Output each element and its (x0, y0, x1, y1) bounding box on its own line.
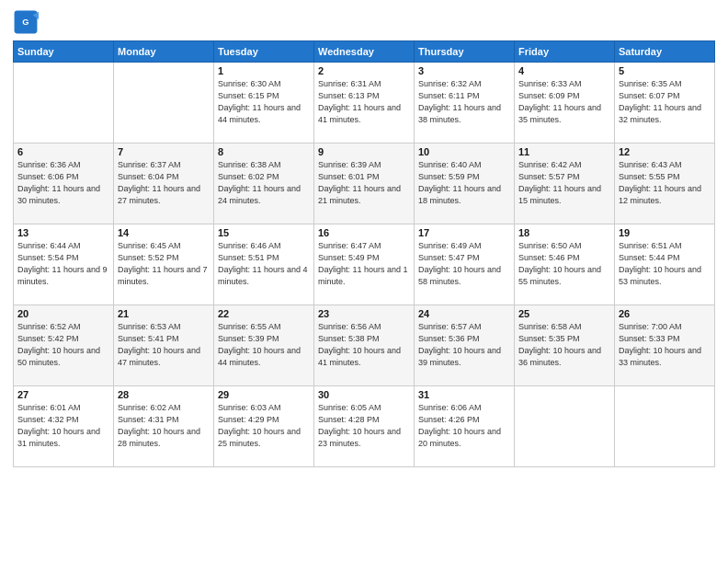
week-row-5: 27Sunrise: 6:01 AM Sunset: 4:32 PM Dayli… (14, 386, 715, 467)
calendar-cell (615, 386, 715, 467)
weekday-header-sunday: Sunday (14, 41, 114, 63)
day-info: Sunrise: 6:39 AM Sunset: 6:01 PM Dayligh… (318, 159, 410, 207)
day-number: 25 (518, 308, 610, 319)
day-info: Sunrise: 6:49 AM Sunset: 5:47 PM Dayligh… (418, 240, 510, 288)
calendar-cell: 9Sunrise: 6:39 AM Sunset: 6:01 PM Daylig… (314, 144, 415, 224)
day-info: Sunrise: 6:03 AM Sunset: 4:29 PM Dayligh… (218, 402, 310, 450)
calendar-cell: 8Sunrise: 6:38 AM Sunset: 6:02 PM Daylig… (214, 144, 314, 224)
calendar-cell: 25Sunrise: 6:58 AM Sunset: 5:35 PM Dayli… (515, 305, 615, 386)
day-info: Sunrise: 6:43 AM Sunset: 5:55 PM Dayligh… (619, 159, 711, 207)
week-row-2: 6Sunrise: 6:36 AM Sunset: 6:06 PM Daylig… (14, 144, 715, 224)
day-info: Sunrise: 6:57 AM Sunset: 5:36 PM Dayligh… (418, 321, 510, 369)
calendar-cell: 2Sunrise: 6:31 AM Sunset: 6:13 PM Daylig… (314, 63, 415, 144)
day-info: Sunrise: 6:02 AM Sunset: 4:31 PM Dayligh… (118, 402, 210, 450)
day-info: Sunrise: 6:31 AM Sunset: 6:13 PM Dayligh… (318, 78, 410, 126)
calendar-cell: 29Sunrise: 6:03 AM Sunset: 4:29 PM Dayli… (214, 386, 314, 467)
day-info: Sunrise: 6:58 AM Sunset: 5:35 PM Dayligh… (518, 321, 610, 369)
day-info: Sunrise: 6:38 AM Sunset: 6:02 PM Dayligh… (218, 159, 310, 207)
day-info: Sunrise: 6:44 AM Sunset: 5:54 PM Dayligh… (17, 240, 109, 288)
calendar-cell: 19Sunrise: 6:51 AM Sunset: 5:44 PM Dayli… (615, 224, 715, 305)
day-info: Sunrise: 6:42 AM Sunset: 5:57 PM Dayligh… (518, 159, 610, 207)
day-info: Sunrise: 6:51 AM Sunset: 5:44 PM Dayligh… (619, 240, 711, 288)
day-info: Sunrise: 6:05 AM Sunset: 4:28 PM Dayligh… (318, 402, 410, 450)
day-info: Sunrise: 6:50 AM Sunset: 5:46 PM Dayligh… (518, 240, 610, 288)
calendar-cell: 11Sunrise: 6:42 AM Sunset: 5:57 PM Dayli… (515, 144, 615, 224)
calendar-cell: 27Sunrise: 6:01 AM Sunset: 4:32 PM Dayli… (14, 386, 114, 467)
day-number: 5 (619, 65, 711, 76)
day-info: Sunrise: 6:55 AM Sunset: 5:39 PM Dayligh… (218, 321, 310, 369)
weekday-header-thursday: Thursday (415, 41, 515, 63)
calendar-cell: 1Sunrise: 6:30 AM Sunset: 6:15 PM Daylig… (214, 63, 314, 144)
day-number: 14 (118, 227, 210, 238)
day-number: 17 (418, 227, 510, 238)
day-number: 22 (218, 308, 310, 319)
day-info: Sunrise: 6:06 AM Sunset: 4:26 PM Dayligh… (418, 402, 510, 450)
day-number: 12 (619, 146, 711, 157)
day-number: 3 (418, 65, 510, 76)
day-info: Sunrise: 6:45 AM Sunset: 5:52 PM Dayligh… (118, 240, 210, 288)
day-info: Sunrise: 6:56 AM Sunset: 5:38 PM Dayligh… (318, 321, 410, 369)
weekday-header-friday: Friday (515, 41, 615, 63)
calendar-cell: 23Sunrise: 6:56 AM Sunset: 5:38 PM Dayli… (314, 305, 415, 386)
weekday-header-monday: Monday (114, 41, 214, 63)
calendar-cell: 24Sunrise: 6:57 AM Sunset: 5:36 PM Dayli… (415, 305, 515, 386)
calendar-cell: 5Sunrise: 6:35 AM Sunset: 6:07 PM Daylig… (615, 63, 715, 144)
day-info: Sunrise: 6:47 AM Sunset: 5:49 PM Dayligh… (318, 240, 410, 288)
day-number: 10 (418, 146, 510, 157)
weekday-header-tuesday: Tuesday (214, 41, 314, 63)
day-number: 13 (17, 227, 109, 238)
day-number: 6 (17, 146, 109, 157)
day-info: Sunrise: 6:46 AM Sunset: 5:51 PM Dayligh… (218, 240, 310, 288)
calendar-cell: 6Sunrise: 6:36 AM Sunset: 6:06 PM Daylig… (14, 144, 114, 224)
day-info: Sunrise: 6:37 AM Sunset: 6:04 PM Dayligh… (118, 159, 210, 207)
calendar-cell: 22Sunrise: 6:55 AM Sunset: 5:39 PM Dayli… (214, 305, 314, 386)
day-number: 16 (318, 227, 410, 238)
day-number: 27 (17, 389, 109, 400)
day-info: Sunrise: 6:36 AM Sunset: 6:06 PM Dayligh… (17, 159, 109, 207)
calendar-table: SundayMondayTuesdayWednesdayThursdayFrid… (13, 40, 715, 467)
logo-icon: G (13, 9, 39, 35)
day-number: 7 (118, 146, 210, 157)
day-info: Sunrise: 6:01 AM Sunset: 4:32 PM Dayligh… (17, 402, 109, 450)
day-number: 24 (418, 308, 510, 319)
calendar-cell: 17Sunrise: 6:49 AM Sunset: 5:47 PM Dayli… (415, 224, 515, 305)
calendar-cell (14, 63, 114, 144)
day-number: 19 (619, 227, 711, 238)
day-info: Sunrise: 6:33 AM Sunset: 6:09 PM Dayligh… (518, 78, 610, 126)
day-number: 1 (218, 65, 310, 76)
calendar-cell: 18Sunrise: 6:50 AM Sunset: 5:46 PM Dayli… (515, 224, 615, 305)
calendar-cell (515, 386, 615, 467)
calendar-cell: 31Sunrise: 6:06 AM Sunset: 4:26 PM Dayli… (415, 386, 515, 467)
weekday-header-saturday: Saturday (615, 41, 715, 63)
day-number: 4 (518, 65, 610, 76)
day-number: 29 (218, 389, 310, 400)
day-number: 31 (418, 389, 510, 400)
day-number: 2 (318, 65, 410, 76)
day-info: Sunrise: 7:00 AM Sunset: 5:33 PM Dayligh… (619, 321, 711, 369)
week-row-4: 20Sunrise: 6:52 AM Sunset: 5:42 PM Dayli… (14, 305, 715, 386)
calendar-cell: 12Sunrise: 6:43 AM Sunset: 5:55 PM Dayli… (615, 144, 715, 224)
logo: G (13, 9, 41, 35)
svg-text:G: G (22, 17, 28, 27)
calendar-cell: 16Sunrise: 6:47 AM Sunset: 5:49 PM Dayli… (314, 224, 415, 305)
week-row-3: 13Sunrise: 6:44 AM Sunset: 5:54 PM Dayli… (14, 224, 715, 305)
calendar-cell: 13Sunrise: 6:44 AM Sunset: 5:54 PM Dayli… (14, 224, 114, 305)
calendar-cell: 14Sunrise: 6:45 AM Sunset: 5:52 PM Dayli… (114, 224, 214, 305)
day-number: 23 (318, 308, 410, 319)
day-number: 18 (518, 227, 610, 238)
calendar-cell: 20Sunrise: 6:52 AM Sunset: 5:42 PM Dayli… (14, 305, 114, 386)
day-number: 8 (218, 146, 310, 157)
day-number: 20 (17, 308, 109, 319)
day-number: 26 (619, 308, 711, 319)
calendar-container: G SundayMondayTuesdayWednesdayThursdayFr… (0, 0, 728, 563)
header: G (13, 9, 715, 35)
day-info: Sunrise: 6:32 AM Sunset: 6:11 PM Dayligh… (418, 78, 510, 126)
day-info: Sunrise: 6:53 AM Sunset: 5:41 PM Dayligh… (118, 321, 210, 369)
weekday-header-wednesday: Wednesday (314, 41, 415, 63)
calendar-cell: 26Sunrise: 7:00 AM Sunset: 5:33 PM Dayli… (615, 305, 715, 386)
day-info: Sunrise: 6:52 AM Sunset: 5:42 PM Dayligh… (17, 321, 109, 369)
day-number: 30 (318, 389, 410, 400)
day-number: 15 (218, 227, 310, 238)
calendar-cell: 7Sunrise: 6:37 AM Sunset: 6:04 PM Daylig… (114, 144, 214, 224)
week-row-1: 1Sunrise: 6:30 AM Sunset: 6:15 PM Daylig… (14, 63, 715, 144)
